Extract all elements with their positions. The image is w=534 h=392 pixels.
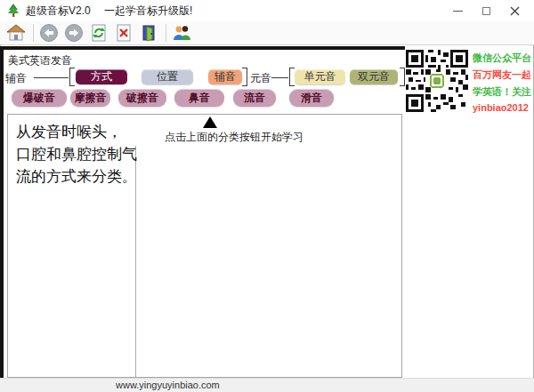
status-bar: www.yingyuyinbiao.com: [0, 378, 534, 392]
manner-button-liquid[interactable]: 流音: [233, 89, 276, 107]
back-icon: [39, 23, 59, 43]
vowel-group-label: 元音: [250, 71, 271, 86]
exit-button[interactable]: [139, 23, 158, 43]
refresh-icon: [89, 23, 109, 43]
vowel-bracket-close: [400, 68, 405, 86]
promo-line: 学英语！关注: [473, 85, 534, 99]
manner-button-nasal[interactable]: 鼻音: [174, 89, 224, 107]
content-frame-top: [0, 46, 405, 50]
consonant-group-label: 辅音: [5, 71, 27, 86]
forward-icon: [64, 23, 84, 43]
category-button-consonant[interactable]: 辅音: [208, 69, 242, 84]
manner-button-plosive[interactable]: 爆破音: [12, 89, 67, 107]
home-icon: [6, 23, 26, 43]
back-button[interactable]: [39, 23, 59, 43]
consonant-connector-line: [34, 77, 69, 78]
title-bar: 超级音标V2.0 一起学音标升级版!: [0, 0, 534, 21]
toolbar-separator: [166, 24, 166, 42]
description-line: 流的方式来分类。: [16, 165, 137, 188]
app-window: 超级音标V2.0 一起学音标升级版!: [0, 0, 534, 392]
promo-line: 微信公众平台: [473, 52, 534, 65]
lesson-panel: 从发音时喉头， 口腔和鼻腔控制气 流的方式来分类。 点击上面的分类按钮开始学习: [7, 114, 402, 378]
maximize-button[interactable]: [472, 0, 500, 21]
content-frame-left: [0, 46, 4, 378]
vowel-connector-line: [271, 77, 288, 78]
category-description: 从发音时喉头， 口腔和鼻腔控制气 流的方式来分类。: [16, 121, 137, 188]
promo-wechat-id: yinbiao2012: [473, 102, 534, 113]
consonant-bracket-open: [69, 68, 75, 86]
forward-button[interactable]: [64, 23, 84, 43]
category-button-monophthong[interactable]: 单元音: [295, 69, 345, 84]
category-button-place[interactable]: 位置: [142, 69, 193, 84]
category-button-manner[interactable]: 方式: [76, 69, 127, 84]
up-arrow-icon: [203, 116, 217, 128]
status-url: www.yingyuyinbiao.com: [116, 380, 220, 390]
window-title: 超级音标V2.0 一起学音标升级版!: [26, 4, 192, 19]
users-button[interactable]: [172, 23, 191, 43]
close-button[interactable]: [500, 0, 529, 21]
close-page-button[interactable]: [114, 23, 134, 43]
minimize-button[interactable]: [443, 0, 472, 21]
tree-icon: [6, 4, 20, 18]
maximize-icon: [482, 7, 490, 15]
wechat-qr-code: [406, 49, 468, 113]
close-icon: [510, 6, 520, 16]
consonant-bracket-close: [242, 68, 247, 86]
window-controls: [443, 0, 529, 21]
toolbar: [0, 21, 534, 45]
home-button[interactable]: [6, 23, 26, 43]
description-line: 口腔和鼻腔控制气: [16, 143, 137, 165]
exit-door-icon: [139, 23, 158, 43]
users-icon: [172, 23, 191, 43]
toolbar-separator: [33, 24, 34, 42]
minimize-icon: [453, 11, 463, 12]
manner-button-affricate[interactable]: 破擦音: [118, 89, 166, 107]
description-line: 从发音时喉头，: [16, 121, 137, 143]
close-page-icon: [114, 23, 134, 43]
refresh-button[interactable]: [89, 23, 109, 43]
category-button-diphthong[interactable]: 双元音: [350, 69, 398, 84]
manner-button-fricative[interactable]: 摩擦音: [70, 89, 110, 107]
hint-text: 点击上面的分类按钮开始学习: [165, 130, 303, 145]
page-title: 美式英语发音: [8, 53, 72, 68]
promo-line: 百万网友一起: [473, 68, 534, 82]
manner-button-glide[interactable]: 滑音: [289, 89, 334, 107]
